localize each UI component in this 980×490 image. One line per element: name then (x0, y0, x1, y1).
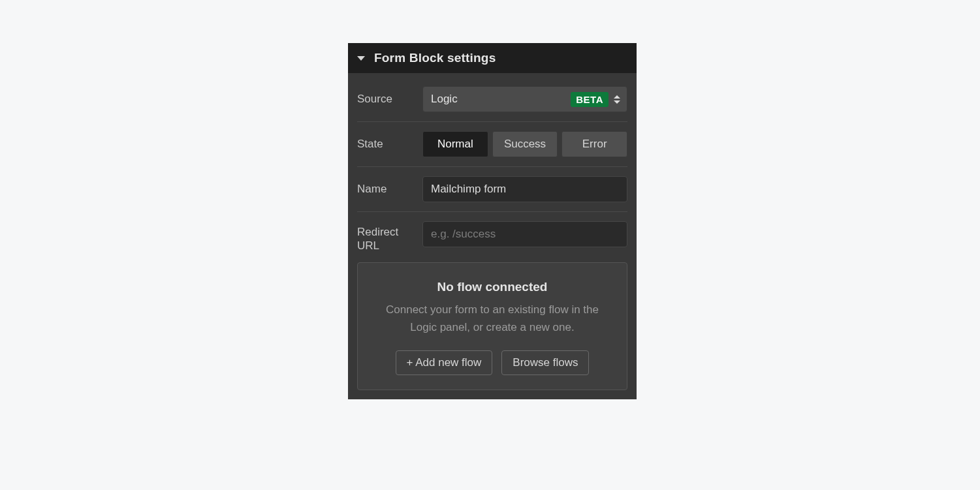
state-label: State (357, 137, 413, 151)
panel-title: Form Block settings (374, 51, 496, 65)
form-block-settings-panel: Form Block settings Source Logic BETA (348, 43, 637, 399)
source-select[interactable]: Logic BETA (422, 86, 627, 112)
chevron-down-icon (357, 56, 365, 61)
flow-empty-state: No flow connected Connect your form to a… (357, 262, 627, 390)
browse-flows-button[interactable]: Browse flows (501, 350, 589, 375)
name-row: Name (357, 167, 627, 212)
flow-actions: + Add new flow Browse flows (372, 350, 612, 375)
state-option-normal[interactable]: Normal (422, 131, 488, 157)
redirect-row: Redirect URL (357, 212, 627, 256)
state-segmented-control: Normal Success Error (422, 131, 627, 157)
panel-body: Source Logic BETA State Normal Success (348, 73, 637, 399)
name-input[interactable] (422, 176, 627, 202)
beta-badge: BETA (571, 92, 609, 107)
state-option-error[interactable]: Error (561, 131, 627, 157)
flow-description: Connect your form to an existing flow in… (372, 301, 612, 336)
redirect-url-input[interactable] (422, 221, 627, 247)
add-new-flow-button[interactable]: + Add new flow (396, 350, 493, 375)
panel-header[interactable]: Form Block settings (348, 43, 637, 73)
source-select-value: Logic (431, 93, 458, 106)
redirect-label: Redirect URL (357, 221, 413, 253)
source-row: Source Logic BETA (357, 77, 627, 122)
flow-title: No flow connected (372, 280, 612, 294)
state-option-success[interactable]: Success (492, 131, 558, 157)
state-row: State Normal Success Error (357, 122, 627, 167)
select-updown-icon (614, 95, 620, 104)
source-label: Source (357, 92, 413, 106)
name-label: Name (357, 182, 413, 196)
